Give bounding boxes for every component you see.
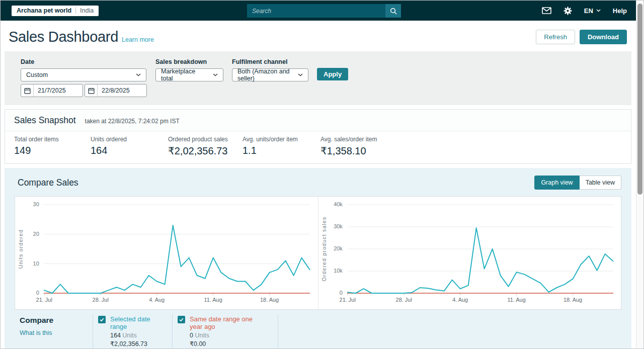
svg-text:28. Jul: 28. Jul [93,297,109,303]
divider [75,7,76,14]
graph-view-button[interactable]: Graph view [534,176,579,190]
stat-ordered-product-sales: Ordered product sales ₹2,02,356.73 [168,136,243,157]
ordered-product-sales-chart: 010k20k30k40kOrdered product sales21. Ju… [318,197,621,308]
search-input[interactable] [247,4,385,18]
custom-date-inputs: 21/7/2025 22/8/2025 [21,84,147,97]
svg-text:30: 30 [33,201,39,207]
filter-bar: Date Custom 21/7/2025 22/8/2025 [5,51,631,105]
svg-text:10k: 10k [334,268,343,274]
stat-total-order-items: Total order items 149 [14,136,91,157]
svg-text:Units ordered: Units ordered [18,229,24,269]
svg-text:18. Aug: 18. Aug [564,297,582,303]
chevron-down-icon [298,73,303,76]
snapshot-timestamp: taken at 22/8/2025, 7:24:02 pm IST [85,118,180,125]
account-switcher[interactable]: Archana pet world India [12,6,99,16]
apply-button[interactable]: Apply [317,68,348,80]
learn-more-link[interactable]: Learn more [122,36,154,43]
messages-icon[interactable] [542,7,551,14]
page-scrollbar[interactable] [636,1,643,348]
settings-gear-icon[interactable] [564,7,572,15]
breakdown-filter-label: Sales breakdown [155,58,223,65]
date-range-select[interactable]: Custom [21,68,146,81]
legend-item-year-ago: Same date range one year ago 0 Units ₹0.… [173,314,278,348]
check-icon [179,317,184,322]
browser-window: Archana pet world India [0,0,644,349]
calendar-icon[interactable] [21,84,34,97]
svg-text:4. Aug: 4. Aug [452,297,468,303]
check-icon [99,317,105,322]
table-view-button[interactable]: Table view [580,176,621,190]
chevron-down-icon [213,73,218,76]
breakdown-filter-group: Sales breakdown Marketplace total [155,58,223,81]
help-link[interactable]: Help [613,7,627,15]
units-ordered-chart: 0102030Units ordered21. Jul28. Jul4. Aug… [15,197,318,308]
svg-text:20: 20 [33,231,39,237]
end-date-input[interactable]: 22/8/2025 [85,84,147,97]
sales-snapshot-header: Sales Snapshot taken at 22/8/2025, 7:24:… [5,110,631,131]
snapshot-stats-row: Total order items 149 Units ordered 164 … [5,131,631,163]
svg-text:10: 10 [33,260,39,267]
svg-text:28. Jul: 28. Jul [395,297,412,303]
marketplace-name: India [80,7,94,14]
compare-legend-row: Compare What is this Selected date range… [5,314,631,348]
compare-sales-section: Compare Sales Graph view Table view 0102… [5,168,631,348]
svg-text:Ordered product sales: Ordered product sales [321,216,327,281]
sales-breakdown-select[interactable]: Marketplace total [155,68,223,81]
compare-sales-title: Compare Sales [18,178,78,188]
stat-avg-units-per-order: Avg. units/order item 1.1 [243,136,320,157]
selected-range-checkbox[interactable] [98,316,106,323]
sales-snapshot-section: Sales Snapshot taken at 22/8/2025, 7:24:… [5,109,631,164]
top-navigation-bar: Archana pet world India [1,1,636,21]
date-filter-group: Date Custom 21/7/2025 22/8/2025 [21,58,147,97]
svg-text:40k: 40k [334,201,343,207]
channel-filter-label: Fulfilment channel [232,58,308,65]
svg-text:21. Jul: 21. Jul [36,297,52,303]
year-ago-checkbox[interactable] [178,316,185,323]
global-search [247,4,401,18]
search-icon [390,8,397,15]
compare-label: Compare [20,314,93,325]
svg-text:0: 0 [339,290,342,296]
legend-label: Same date range one year ago [190,315,254,330]
chevron-down-icon [136,73,141,76]
svg-text:4. Aug: 4. Aug [149,297,165,303]
charts-card: 0102030Units ordered21. Jul28. Jul4. Aug… [15,196,621,310]
svg-text:18. Aug: 18. Aug [260,297,279,303]
view-toggle: Graph view Table view [534,176,621,190]
legend-item-selected-range: Selected date range 164 Units ₹2,02,356.… [93,314,172,348]
svg-text:11. Aug: 11. Aug [507,297,525,303]
language-selector[interactable]: EN [584,7,601,15]
chevron-down-icon [596,9,601,12]
stat-avg-sales-per-order: Avg. sales/order item ₹1,358.10 [320,136,377,157]
legend-label: Selected date range [110,315,164,330]
channel-filter-group: Fulfilment channel Both (Amazon and sell… [232,58,308,81]
scrollbar-thumb[interactable] [637,4,642,195]
units-ordered-chart-panel: 0102030Units ordered21. Jul28. Jul4. Aug… [15,197,318,309]
download-button[interactable]: Download [580,30,627,44]
what-is-this-link[interactable]: What is this [20,329,52,336]
compare-sales-header: Compare Sales Graph view Table view [5,168,631,190]
svg-text:11. Aug: 11. Aug [204,297,222,303]
page-actions: Refresh Download [536,30,627,44]
stat-units-ordered: Units ordered 164 [91,136,168,157]
calendar-icon[interactable] [85,84,98,97]
page-title: Sales Dashboard [9,29,118,45]
page-header: Sales Dashboard Learn more Refresh Downl… [1,21,636,50]
svg-text:30k: 30k [334,223,343,229]
svg-text:0: 0 [36,290,39,296]
svg-text:20k: 20k [334,245,343,251]
refresh-button[interactable]: Refresh [536,30,575,44]
ordered-product-sales-chart-panel: 010k20k30k40kOrdered product sales21. Ju… [318,197,621,309]
page-content: Archana pet world India [1,1,636,348]
snapshot-title: Sales Snapshot [14,115,76,126]
date-filter-label: Date [21,58,147,65]
nav-utilities: EN Help [542,7,627,15]
svg-text:21. Jul: 21. Jul [339,297,355,303]
divider [278,314,278,348]
language-label: EN [584,7,593,15]
account-name: Archana pet world [17,7,71,14]
start-date-input[interactable]: 21/7/2025 [21,84,83,97]
fulfilment-channel-select[interactable]: Both (Amazon and seller) [232,68,308,81]
compare-legend-intro: Compare What is this [20,314,93,348]
search-button[interactable] [385,4,401,18]
